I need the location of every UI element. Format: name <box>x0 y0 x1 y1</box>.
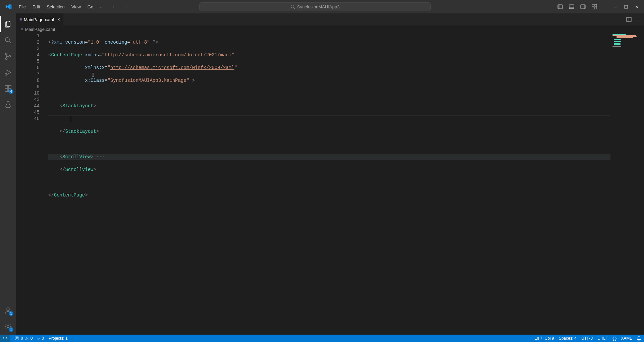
settings-badge: 1 <box>9 327 13 332</box>
activity-source-control-icon[interactable] <box>0 48 16 64</box>
warning-icon: ⚠ <box>25 336 29 341</box>
code-content[interactable]: <?xml version="1.0" encoding="utf-8" ?> … <box>48 33 610 335</box>
activity-explorer-icon[interactable] <box>0 16 16 32</box>
tab-bar: ≡ MainPage.xaml × ··· <box>16 13 644 25</box>
svg-point-0 <box>291 5 294 8</box>
menu-selection[interactable]: Selection <box>44 3 67 11</box>
svg-rect-5 <box>569 7 574 9</box>
status-notifications-icon[interactable] <box>637 336 641 341</box>
activity-settings-icon[interactable]: 1 <box>0 319 16 335</box>
activity-extensions-icon[interactable]: 4 <box>0 80 16 97</box>
search-icon <box>290 4 295 9</box>
xaml-file-icon: ≡ <box>21 27 23 31</box>
svg-point-16 <box>6 58 7 60</box>
activity-bar: 4 1 1 <box>0 13 16 335</box>
menu-more-icon[interactable]: ··· <box>97 3 106 11</box>
svg-point-23 <box>7 308 9 310</box>
activity-accounts-icon[interactable]: 1 <box>0 302 16 319</box>
accounts-badge: 1 <box>9 311 13 316</box>
command-center[interactable]: SyncfusionMAUIApp3 <box>199 2 431 11</box>
activity-run-debug-icon[interactable] <box>0 64 16 80</box>
window-maximize-icon[interactable] <box>624 5 629 9</box>
nav-back-icon[interactable]: ← <box>112 4 117 10</box>
status-remote-icon[interactable] <box>0 335 10 342</box>
status-projects[interactable]: Projects: 1 <box>49 336 68 341</box>
error-icon: ⓧ <box>15 335 19 341</box>
nav-forward-icon[interactable]: → <box>123 4 128 10</box>
code-editor[interactable]: 1 2 3 4 5 6 7 8 9 10› 43 44 45 46 <?xml … <box>16 33 644 335</box>
xaml-file-icon: ≡ <box>19 17 22 22</box>
line-number-gutter: 1 2 3 4 5 6 7 8 9 10› 43 44 45 46 <box>16 33 48 335</box>
menu-view[interactable]: View <box>69 3 84 11</box>
layout-bottom-icon[interactable] <box>569 4 574 9</box>
svg-line-14 <box>9 41 11 43</box>
layout-right-icon[interactable] <box>580 4 586 9</box>
menu-edit[interactable]: Edit <box>30 3 43 11</box>
svg-rect-12 <box>625 5 628 8</box>
svg-rect-20 <box>5 89 8 92</box>
svg-point-17 <box>9 56 11 57</box>
tab-more-icon[interactable]: ··· <box>636 17 640 22</box>
status-ports[interactable]: ⟐0 <box>37 336 44 341</box>
title-bar: File Edit Selection View Go ··· ← → Sync… <box>0 0 644 13</box>
svg-line-1 <box>293 8 295 9</box>
breadcrumb-file: MainPage.xaml <box>25 27 55 32</box>
svg-rect-3 <box>558 5 559 9</box>
command-center-text: SyncfusionMAUIApp3 <box>297 4 339 9</box>
tab-label: MainPage.xaml <box>24 17 54 22</box>
activity-search-icon[interactable] <box>0 32 16 48</box>
menu-go[interactable]: Go <box>85 3 96 11</box>
status-indentation[interactable]: Spaces: 4 <box>559 336 577 341</box>
status-bar: ⓧ0 ⚠0 ⟐0 Projects: 1 Ln 7, Col 9 Spaces:… <box>0 335 644 342</box>
window-minimize-icon[interactable]: ─ <box>613 4 618 9</box>
status-cursor-position[interactable]: Ln 7, Col 9 <box>535 336 554 341</box>
window-close-icon[interactable]: ✕ <box>635 4 639 9</box>
menu-file[interactable]: File <box>16 3 29 11</box>
text-cursor <box>71 116 71 122</box>
svg-rect-9 <box>595 4 597 6</box>
vscode-logo-icon <box>5 3 13 11</box>
tab-close-icon[interactable]: × <box>57 17 60 22</box>
svg-rect-11 <box>595 7 597 9</box>
status-language[interactable]: { } XAML <box>613 336 632 341</box>
svg-point-24 <box>7 326 9 328</box>
fold-collapsed-icon[interactable]: › <box>43 91 45 97</box>
extensions-badge: 4 <box>9 89 13 94</box>
activity-testing-icon[interactable] <box>0 97 16 113</box>
breadcrumb[interactable]: ≡ MainPage.xaml <box>16 25 644 33</box>
status-problems[interactable]: ⓧ0 ⚠0 <box>15 335 33 341</box>
layout-left-icon[interactable] <box>557 4 563 9</box>
status-eol[interactable]: CRLF <box>597 336 608 341</box>
tab-mainpage-xaml[interactable]: ≡ MainPage.xaml × <box>16 13 64 25</box>
layout-customize-icon[interactable] <box>592 4 597 9</box>
svg-point-15 <box>6 53 7 55</box>
split-editor-icon[interactable] <box>626 17 632 22</box>
status-encoding[interactable]: UTF-8 <box>581 336 593 341</box>
radio-icon: ⟐ <box>37 336 40 341</box>
svg-rect-10 <box>592 7 594 9</box>
svg-point-13 <box>5 38 9 42</box>
minimap[interactable] <box>610 33 644 335</box>
svg-rect-7 <box>584 5 585 9</box>
svg-rect-19 <box>5 86 8 88</box>
svg-rect-22 <box>8 86 11 88</box>
svg-rect-8 <box>592 4 594 6</box>
